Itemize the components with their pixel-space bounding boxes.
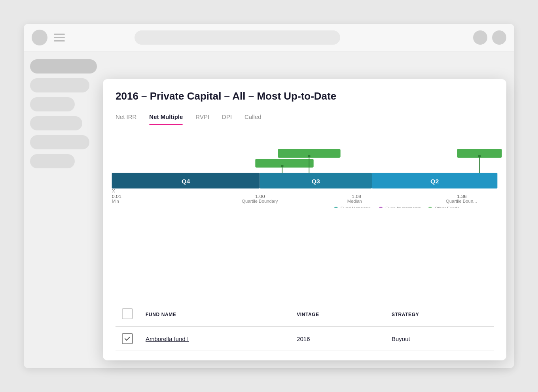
svg-point-12: [281, 165, 284, 167]
svg-text:Fund Investments: Fund Investments: [385, 206, 421, 208]
background-sidebar: [24, 51, 111, 368]
bg-sidebar-item: [30, 59, 97, 74]
svg-text:Fund Managed: Fund Managed: [341, 206, 371, 208]
bg-avatar: [32, 30, 47, 45]
svg-rect-7: [255, 159, 313, 168]
bg-sidebar-item: [30, 116, 82, 130]
column-header-vintage: VINTAGE: [290, 303, 385, 326]
bg-sidebar-item: [30, 154, 75, 168]
fund-table: FUND NAME VINTAGE STRATEGY Amb: [116, 303, 494, 351]
row-checkbox[interactable]: [122, 333, 133, 344]
svg-text:1.36: 1.36: [457, 194, 467, 199]
svg-text:Q2: Q2: [430, 178, 439, 185]
bg-nav-icon-1: [473, 30, 487, 45]
bg-nav-right: [473, 30, 506, 45]
tab-bar: Net IRR Net Multiple RVPI DPI Called: [116, 110, 494, 125]
svg-text:0.01: 0.01: [112, 194, 121, 199]
svg-point-28: [428, 207, 432, 208]
bg-sidebar-item: [30, 78, 89, 92]
main-card: 2016 – Private Capital – All – Most Up-t…: [103, 79, 506, 360]
row-checkbox-cell: [116, 326, 139, 351]
strategy-cell: Buyout: [385, 326, 494, 351]
bg-search-bar: [134, 30, 340, 45]
tab-dpi[interactable]: DPI: [222, 110, 232, 125]
bg-sidebar-item: [30, 135, 89, 149]
svg-text:1.08: 1.08: [352, 194, 362, 199]
svg-text:X: X: [112, 188, 115, 193]
bg-sidebar-item: [30, 97, 75, 111]
svg-text:Other Funds: Other Funds: [435, 206, 460, 208]
bg-hamburger-icon: [54, 34, 65, 41]
svg-point-26: [379, 207, 383, 208]
page-title: 2016 – Private Capital – All – Most Up-t…: [116, 90, 494, 102]
table-header-row: FUND NAME VINTAGE STRATEGY: [116, 303, 494, 326]
svg-text:Min: Min: [112, 199, 119, 204]
svg-point-14: [478, 155, 481, 157]
bg-nav-icon-2: [492, 30, 506, 45]
table-row: Amborella fund I 2016 Buyout: [116, 326, 494, 351]
fund-name-cell: Amborella fund I: [139, 326, 290, 351]
tab-net-irr[interactable]: Net IRR: [116, 110, 136, 125]
tab-rvpi[interactable]: RVPI: [195, 110, 209, 125]
svg-point-24: [334, 207, 338, 208]
svg-text:Quartile Boun...: Quartile Boun...: [446, 199, 477, 204]
chart-area: Q4 Q3 Q2 X 0.01 Min 1.00 Quartile Bounda…: [103, 125, 506, 303]
svg-text:Q3: Q3: [312, 178, 320, 185]
benchmark-chart: Q4 Q3 Q2 X 0.01 Min 1.00 Quartile Bounda…: [103, 125, 506, 208]
tab-net-multiple[interactable]: Net Multiple: [149, 110, 183, 125]
svg-text:Median: Median: [347, 199, 362, 204]
card-header: 2016 – Private Capital – All – Most Up-t…: [103, 79, 506, 125]
select-all-checkbox[interactable]: [122, 308, 133, 319]
table-area: FUND NAME VINTAGE STRATEGY Amb: [103, 303, 506, 360]
tab-called[interactable]: Called: [244, 110, 261, 125]
checkmark-icon: [124, 335, 131, 342]
column-header-strategy: STRATEGY: [385, 303, 494, 326]
vintage-cell: 2016: [290, 326, 385, 351]
svg-text:Q4: Q4: [182, 178, 190, 185]
column-header-fund-name: FUND NAME: [139, 303, 290, 326]
background-nav: [24, 24, 514, 51]
svg-text:Quartile Boundary: Quartile Boundary: [242, 199, 278, 204]
svg-text:1.00: 1.00: [255, 194, 265, 199]
table-header-checkbox: [116, 303, 139, 326]
svg-point-10: [308, 155, 311, 157]
fund-name-link[interactable]: Amborella fund I: [146, 335, 189, 342]
